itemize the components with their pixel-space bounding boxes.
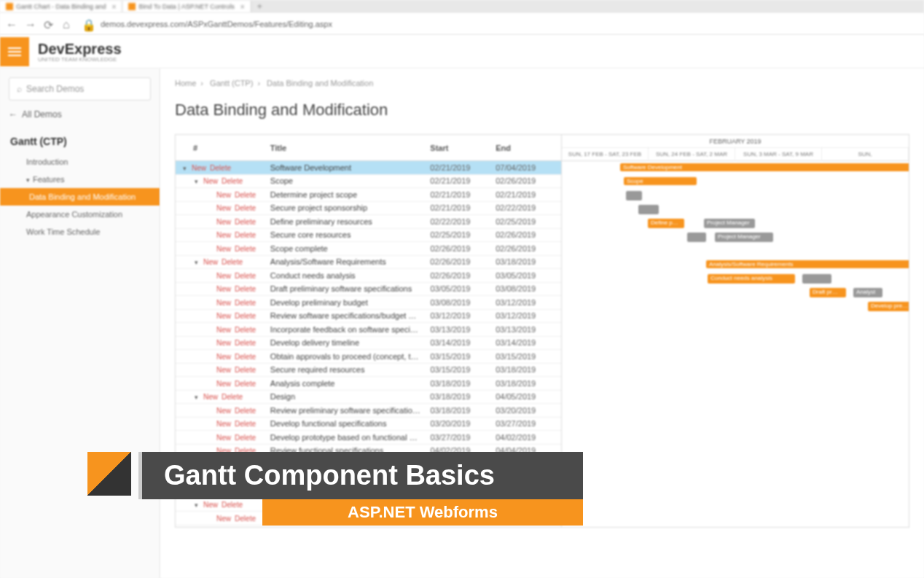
new-link[interactable]: New [216, 245, 231, 253]
new-link[interactable]: New [216, 407, 231, 415]
col-start[interactable]: Start [430, 144, 496, 152]
new-link[interactable]: New [216, 380, 231, 388]
delete-link[interactable]: Delete [235, 326, 256, 334]
table-row[interactable]: ▾New DeleteDesign03/18/201904/05/2019 [176, 391, 561, 405]
new-link[interactable]: New [216, 231, 231, 239]
table-row[interactable]: New DeleteScope complete02/26/201902/26/… [176, 242, 561, 256]
delete-link[interactable]: Delete [235, 515, 256, 523]
sidebar-item-worktime[interactable]: Work Time Schedule [0, 223, 160, 241]
delete-link[interactable]: Delete [222, 393, 243, 401]
gantt-bar[interactable]: Analyst [853, 288, 882, 297]
home-icon[interactable]: ⌂ [63, 18, 74, 30]
delete-link[interactable]: Delete [235, 231, 256, 239]
table-row[interactable]: New DeleteDevelop prototype based on fun… [176, 431, 561, 445]
delete-link[interactable]: Delete [235, 191, 256, 199]
col-title[interactable]: Title [270, 144, 431, 152]
gantt-bar[interactable]: Software Development [620, 163, 909, 171]
new-link[interactable]: New [216, 515, 231, 523]
new-link[interactable]: New [216, 299, 231, 307]
table-row[interactable]: New DeleteAnalysis complete03/18/201903/… [176, 377, 561, 391]
gantt-timeline[interactable]: FEBRUARY 2019 SUN, 17 FEB - SAT, 23 FEBS… [562, 135, 909, 527]
sidebar-item-data-binding[interactable]: Data Binding and Modification [0, 188, 160, 206]
table-row[interactable]: New DeleteReview preliminary software sp… [176, 404, 561, 418]
table-row[interactable]: New DeleteObtain approvals to proceed (c… [176, 350, 561, 364]
table-row[interactable]: New DeleteDraft preliminary software spe… [176, 283, 561, 297]
new-tab-button[interactable]: + [251, 1, 268, 12]
delete-link[interactable]: Delete [235, 299, 256, 307]
sidebar-item-appearance[interactable]: Appearance Customization [0, 206, 160, 223]
back-icon[interactable]: ← [6, 18, 17, 30]
sidebar-item-introduction[interactable]: Introduction [0, 153, 160, 171]
new-link[interactable]: New [216, 339, 231, 347]
gantt-bar[interactable]: Develop pre… [868, 302, 909, 311]
new-link[interactable]: New [216, 272, 231, 280]
new-link[interactable]: New [216, 285, 231, 293]
delete-link[interactable]: Delete [235, 312, 256, 320]
new-link[interactable]: New [216, 353, 231, 361]
table-row[interactable]: New DeleteSecure project sponsorship02/2… [176, 202, 561, 216]
all-demos-link[interactable]: ← All Demos [9, 109, 151, 120]
new-link[interactable]: New [216, 326, 231, 334]
gantt-bar[interactable] [687, 233, 706, 242]
delete-link[interactable]: Delete [235, 285, 256, 293]
search-input[interactable]: ⌕ Search Demos [9, 77, 151, 101]
url-text[interactable]: demos.devexpress.com/ASPxGanttDemos/Feat… [101, 20, 332, 28]
menu-icon[interactable] [0, 37, 29, 66]
delete-link[interactable]: Delete [235, 272, 256, 280]
new-link[interactable]: New [203, 501, 218, 509]
table-row[interactable]: New DeleteReview software specifications… [176, 310, 561, 324]
close-icon[interactable]: × [240, 3, 245, 11]
delete-link[interactable]: Delete [210, 164, 231, 172]
new-link[interactable]: New [203, 177, 218, 185]
gantt-bar[interactable] [802, 274, 831, 284]
table-row[interactable]: New DeleteSecure required resources03/15… [176, 364, 561, 378]
delete-link[interactable]: Delete [235, 218, 256, 226]
new-link[interactable]: New [216, 312, 231, 320]
table-row[interactable]: New DeleteDetermine project scope02/21/2… [176, 188, 561, 202]
delete-link[interactable]: Delete [222, 501, 243, 509]
new-link[interactable]: New [216, 420, 231, 428]
table-row[interactable]: New DeleteSecure core resources02/25/201… [176, 229, 561, 243]
gantt-bar[interactable]: Define p… [648, 219, 684, 228]
browser-tab[interactable]: Bind To Data | ASP.NET Controls × [122, 1, 251, 12]
delete-link[interactable]: Delete [222, 177, 243, 185]
table-row[interactable]: ▾New DeleteSoftware Development02/21/201… [176, 161, 561, 175]
close-icon[interactable]: × [112, 3, 117, 11]
delete-link[interactable]: Delete [235, 420, 256, 428]
gantt-bar[interactable]: Draft pr… [810, 288, 846, 297]
gantt-bar[interactable]: Analysis/Software Requirements [706, 260, 909, 268]
delete-link[interactable]: Delete [235, 366, 256, 374]
delete-link[interactable]: Delete [235, 245, 256, 253]
delete-link[interactable]: Delete [235, 380, 256, 388]
breadcrumb-home[interactable]: Home [175, 79, 196, 87]
col-end[interactable]: End [496, 144, 561, 152]
table-row[interactable]: ▾New DeleteAnalysis/Software Requirement… [176, 256, 561, 270]
forward-icon[interactable]: → [25, 18, 36, 30]
table-row[interactable]: New DeleteConduct needs analysis02/26/20… [176, 269, 561, 283]
gantt-bar[interactable] [638, 205, 659, 214]
table-row[interactable]: New DeleteIncorporate feedback on softwa… [176, 323, 561, 337]
gantt-bar[interactable]: Scope [624, 177, 697, 185]
gantt-bar[interactable] [626, 191, 642, 200]
new-link[interactable]: New [192, 164, 206, 172]
new-link[interactable]: New [203, 393, 218, 401]
gantt-bar[interactable]: Project Manager [704, 219, 755, 228]
delete-link[interactable]: Delete [222, 258, 243, 266]
logo[interactable]: DevExpress [38, 41, 122, 58]
breadcrumb-gantt[interactable]: Gantt (CTP) [210, 79, 253, 87]
new-link[interactable]: New [216, 434, 231, 442]
sidebar-item-features[interactable]: Features [0, 171, 160, 188]
reload-icon[interactable]: ⟳ [44, 18, 55, 30]
delete-link[interactable]: Delete [235, 434, 256, 442]
table-row[interactable]: New DeleteDevelop delivery timeline03/14… [176, 337, 561, 351]
table-row[interactable]: New DeleteDefine preliminary resources02… [176, 215, 561, 229]
delete-link[interactable]: Delete [235, 339, 256, 347]
table-row[interactable]: ▾New DeleteScope02/21/201902/26/2019 [176, 175, 561, 189]
browser-tab[interactable]: Gantt Chart - Data Binding and × [0, 1, 122, 12]
new-link[interactable]: New [203, 258, 218, 266]
table-row[interactable]: New DeleteDevelop preliminary budget03/0… [176, 296, 561, 310]
gantt-bar[interactable]: Project Manager [715, 233, 773, 242]
table-row[interactable]: New DeleteDevelop functional specificati… [176, 418, 561, 431]
col-num[interactable]: # [176, 144, 270, 152]
delete-link[interactable]: Delete [235, 204, 256, 212]
